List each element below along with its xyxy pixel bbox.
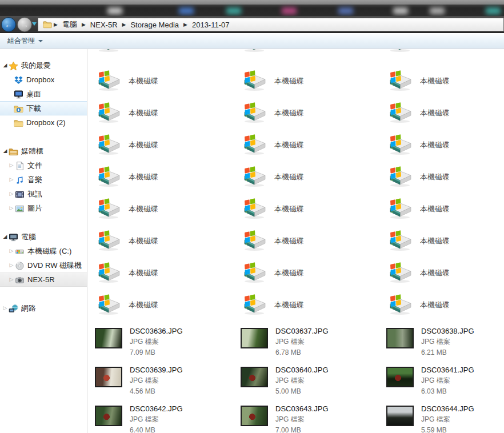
back-button[interactable]: ← (1, 17, 16, 32)
sidebar-item-local-disk-c[interactable]: ▷ 本機磁碟 (C:) (0, 244, 87, 258)
drive-item[interactable]: 本機磁碟 (95, 129, 241, 161)
collapse-icon[interactable]: ▷ (8, 191, 15, 197)
sidebar-item-videos[interactable]: ▷ 視訊 (0, 187, 87, 201)
drive-item[interactable]: 本機磁碟 (241, 129, 386, 161)
drive-item[interactable]: 本機磁碟 (95, 289, 241, 321)
forward-button[interactable]: → (17, 17, 32, 32)
drive-grid: 本機磁碟 本機磁碟 (88, 65, 504, 321)
sidebar-item-desktop[interactable]: 桌面 (0, 87, 87, 101)
expand-icon[interactable]: ◢ (2, 234, 9, 239)
file-item[interactable]: DSC03638.JPG JPG 檔案 6.21 MB (386, 326, 504, 364)
breadcrumb-item-computer[interactable]: 電腦 (58, 19, 81, 30)
drive-item[interactable]: 本機磁碟 (386, 257, 504, 289)
collapse-icon[interactable]: ▷ (8, 163, 15, 168)
sidebar-item-downloads[interactable]: 下載 (0, 101, 87, 115)
hard-disk-icon (95, 230, 121, 252)
sidebar-item-music[interactable]: ▷ 音樂 (0, 173, 87, 187)
drive-item-label: 本機磁碟 (129, 268, 158, 278)
file-item[interactable]: DSC03643.JPG JPG 檔案 7.00 MB (241, 403, 386, 433)
collapse-icon[interactable]: ▷ (8, 277, 15, 282)
expand-icon[interactable]: ◢ (2, 149, 9, 154)
hard-disk-icon (241, 230, 267, 252)
drive-item[interactable]: 本機磁碟 (95, 225, 241, 257)
drive-item[interactable]: 本機磁碟 (241, 97, 386, 129)
sidebar-item-computer[interactable]: ◢ 電腦 (0, 230, 87, 244)
drive-item-label: 本機磁碟 (420, 76, 450, 86)
file-item[interactable]: DSC03636.JPG JPG 檔案 7.09 MB (95, 326, 241, 364)
sidebar-item-label: 我的最愛 (21, 61, 51, 71)
hard-disk-icon (386, 49, 413, 53)
sidebar-item-libraries[interactable]: ◢ 媒體櫃 (0, 144, 87, 158)
organize-label: 組合管理 (7, 36, 35, 46)
hard-disk-icon (95, 294, 121, 316)
drive-item[interactable]: 本機磁碟 (386, 97, 504, 129)
drive-item-label: 本機磁碟 (420, 300, 450, 310)
sidebar-item-network[interactable]: ▷ 網路 (0, 301, 87, 315)
background-tab (393, 7, 408, 14)
file-item[interactable]: DSC03641.JPG JPG 檔案 6.03 MB (386, 364, 504, 403)
drive-item[interactable]: 本機磁碟 (386, 49, 504, 58)
drive-item[interactable]: 本機磁碟 (95, 97, 241, 129)
drive-item[interactable]: 本機磁碟 (241, 161, 386, 193)
file-text: DSC03641.JPG JPG 檔案 6.03 MB (421, 364, 474, 397)
sidebar-item-dvd-drive[interactable]: ▷ DVD RW 磁碟機 (0, 258, 87, 272)
file-item[interactable]: DSC03639.JPG JPG 檔案 4.56 MB (95, 364, 241, 403)
drive-item[interactable]: 本機磁碟 (386, 289, 504, 321)
file-size: 7.00 MB (275, 425, 329, 433)
breadcrumb[interactable]: ▶ 電腦 ▶ NEX-5R ▶ Storage Media ▶ 2013-11-… (38, 18, 504, 31)
drive-item[interactable]: 本機磁碟 (241, 65, 386, 97)
file-item[interactable]: DSC03637.JPG JPG 檔案 6.78 MB (241, 326, 386, 364)
sidebar-item-nex5r[interactable]: ▷ NEX-5R (0, 272, 87, 287)
drive-item[interactable]: 本機磁碟 (95, 257, 241, 289)
file-item[interactable]: DSC03640.JPG JPG 檔案 5.00 MB (241, 364, 386, 403)
hard-disk-icon (95, 166, 121, 188)
drive-item[interactable]: 本機磁碟 (241, 49, 386, 58)
collapse-icon[interactable]: ▷ (8, 206, 15, 211)
drive-item[interactable]: 本機磁碟 (95, 49, 241, 58)
expand-icon[interactable]: ◢ (2, 63, 9, 68)
collapse-icon[interactable]: ▷ (8, 248, 15, 254)
drive-item[interactable]: 本機磁碟 (241, 193, 386, 225)
sidebar-item-favorites[interactable]: ◢ 我的最愛 (0, 58, 87, 73)
drive-item[interactable]: 本機磁碟 (95, 161, 241, 193)
breadcrumb-item-storage[interactable]: Storage Media (126, 21, 183, 29)
file-name: DSC03642.JPG (130, 403, 183, 414)
breadcrumb-item-device[interactable]: NEX-5R (86, 21, 122, 29)
file-item[interactable]: DSC03642.JPG JPG 檔案 6.40 MB (95, 403, 241, 433)
file-text: DSC03644.JPG JPG 檔案 5.59 MB (421, 403, 474, 433)
sidebar-item-label: 媒體櫃 (21, 146, 43, 157)
sidebar-item-dropbox2[interactable]: Dropbox (2) (0, 115, 87, 130)
drive-item[interactable]: 本機磁碟 (241, 289, 386, 321)
file-item[interactable]: DSC03644.JPG JPG 檔案 5.59 MB (386, 403, 504, 433)
sidebar-item-dropbox[interactable]: Dropbox (0, 73, 87, 87)
sidebar-item-documents[interactable]: ▷ 文件 (0, 158, 87, 173)
drive-item[interactable]: 本機磁碟 (386, 129, 504, 161)
file-text: DSC03639.JPG JPG 檔案 4.56 MB (130, 364, 183, 397)
computer-icon (9, 232, 18, 242)
photo-thumbnail (95, 328, 122, 348)
breadcrumb-separator-icon: ▶ (183, 22, 188, 27)
collapse-icon[interactable]: ▷ (8, 263, 15, 268)
drive-item[interactable]: 本機磁碟 (386, 225, 504, 257)
history-dropdown-icon[interactable] (32, 22, 37, 26)
drive-item[interactable]: 本機磁碟 (241, 225, 386, 257)
sidebar-item-label: Dropbox (2) (26, 118, 66, 127)
drive-item[interactable]: 本機磁碟 (386, 193, 504, 225)
back-arrow-icon: ← (5, 21, 13, 29)
drive-item[interactable]: 本機磁碟 (241, 257, 386, 289)
breadcrumb-separator-icon: ▶ (122, 22, 127, 27)
organize-menu-button[interactable]: 組合管理 (7, 36, 43, 46)
collapse-icon[interactable]: ▷ (2, 306, 9, 311)
background-tab (226, 7, 241, 14)
hard-disk-icon (241, 70, 267, 92)
sidebar-item-pictures[interactable]: ▷ 圖片 (0, 201, 87, 215)
file-type: JPG 檔案 (421, 375, 474, 386)
breadcrumb-item-date-folder[interactable]: 2013-11-07 (188, 21, 234, 29)
drive-item[interactable]: 本機磁碟 (386, 65, 504, 97)
file-type: JPG 檔案 (130, 336, 183, 347)
drive-item[interactable]: 本機磁碟 (95, 65, 241, 97)
drive-item[interactable]: 本機磁碟 (386, 161, 504, 193)
hard-disk-icon (95, 262, 121, 284)
collapse-icon[interactable]: ▷ (8, 177, 15, 182)
drive-item[interactable]: 本機磁碟 (95, 193, 241, 225)
